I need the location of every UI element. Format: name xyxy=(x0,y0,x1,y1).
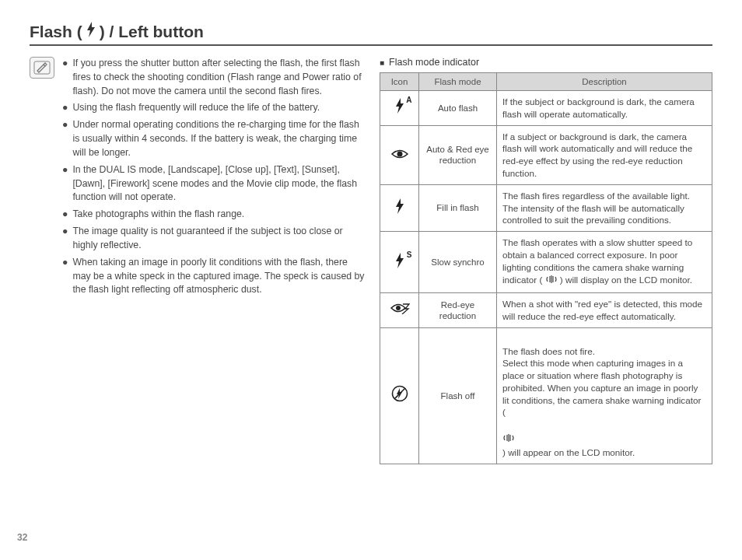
list-item: ●In the DUAL IS mode, [Landscape], [Clos… xyxy=(62,163,366,205)
note-text: The image quality is not guaranteed if t… xyxy=(72,225,366,253)
note-text: Using the flash frequently will reduce t… xyxy=(72,101,320,115)
mode-label: Flash off xyxy=(419,327,497,464)
flash-icon xyxy=(380,184,419,231)
desc-pre: The flash does not fire. Select this mod… xyxy=(502,346,701,418)
page-title-row: Flash ( ) / Left button xyxy=(30,22,712,46)
table-row: A Auto flash If the subject or backgroun… xyxy=(380,91,712,126)
svg-point-1 xyxy=(397,151,402,156)
caption-text: Flash mode indicator xyxy=(389,57,479,68)
mode-label: Auto flash xyxy=(419,91,497,126)
list-item: ●If you press the shutter button after s… xyxy=(62,57,366,98)
page-number: 32 xyxy=(17,532,27,543)
note-text: Take photographs within the flash range. xyxy=(72,208,244,222)
list-item: ●Using the flash frequently will reduce … xyxy=(62,101,366,115)
table-row: S Slow synchro The flash operates with a… xyxy=(380,232,712,293)
col-header-icon: Icon xyxy=(380,73,419,91)
mode-desc: When a shot with "red eye" is detected, … xyxy=(497,293,712,328)
table-row: Flash off The flash does not fire. Selec… xyxy=(380,327,712,464)
square-bullet-icon: ■ xyxy=(380,58,384,67)
mode-desc: If the subject or background is dark, th… xyxy=(497,91,712,126)
mode-label: Slow synchro xyxy=(419,232,497,293)
col-header-desc: Description xyxy=(497,73,712,91)
shake-icon xyxy=(545,274,558,289)
mode-desc: The flash fires regardless of the availa… xyxy=(497,184,712,231)
table-row: Fill in flash The flash fires regardless… xyxy=(380,184,712,231)
mode-label: Auto & Red eye reduction xyxy=(419,125,497,184)
title-prefix: Flash ( xyxy=(30,23,82,41)
desc-post: ) will display on the LCD monitor. xyxy=(560,275,692,285)
note-text: Under normal operating conditions the re… xyxy=(72,118,366,159)
svg-rect-0 xyxy=(34,61,50,74)
flash-slow-icon: S xyxy=(380,232,419,293)
col-header-mode: Flash mode xyxy=(419,73,497,91)
notes-list: ●If you press the shutter button after s… xyxy=(62,57,366,464)
table-row: Auto & Red eye reduction If a subject or… xyxy=(380,125,712,184)
eye-icon xyxy=(380,125,419,184)
note-icon xyxy=(30,57,54,79)
desc-post: ) will appear on the LCD monitor. xyxy=(502,447,635,457)
svg-point-2 xyxy=(396,306,401,310)
flash-icon xyxy=(86,22,96,41)
note-text: If you press the shutter button after se… xyxy=(72,57,366,98)
mode-label: Fill in flash xyxy=(419,184,497,231)
flash-mode-table: Icon Flash mode Description A Auto xyxy=(380,72,712,464)
flash-auto-icon: A xyxy=(380,91,419,126)
note-text: When taking an image in poorly lit condi… xyxy=(72,256,366,297)
list-item: ●Under normal operating conditions the r… xyxy=(62,118,366,159)
list-item: ●Take photographs within the flash range… xyxy=(62,208,366,222)
mode-desc: The flash does not fire. Select this mod… xyxy=(497,327,712,464)
flash-off-icon xyxy=(380,327,419,464)
mode-label: Red-eye reduction xyxy=(419,293,497,328)
shake-icon xyxy=(502,418,515,446)
page-title: Flash ( ) / Left button xyxy=(30,22,204,41)
redeye-reduction-icon xyxy=(380,293,419,328)
table-row: Red-eye reduction When a shot with "red … xyxy=(380,293,712,328)
list-item: ●When taking an image in poorly lit cond… xyxy=(62,256,366,297)
note-text: In the DUAL IS mode, [Landscape], [Close… xyxy=(72,163,366,205)
mode-desc: The flash operates with a slow shutter s… xyxy=(497,232,712,293)
mode-desc: If a subject or background is dark, the … xyxy=(497,125,712,184)
list-item: ●The image quality is not guaranteed if … xyxy=(62,225,366,253)
table-caption: ■ Flash mode indicator xyxy=(380,57,712,68)
title-suffix: ) / Left button xyxy=(100,23,204,41)
